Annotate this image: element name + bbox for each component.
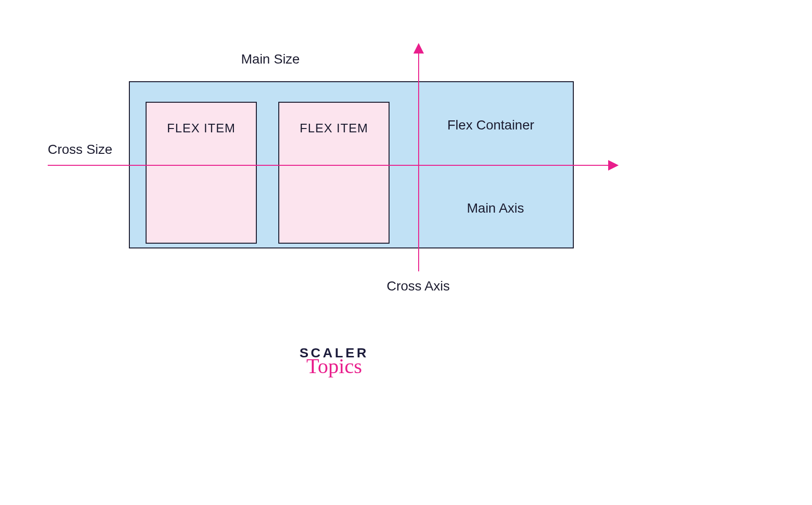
main-axis-arrow <box>48 165 610 166</box>
flex-item-1: FLEX ITEM <box>146 102 257 244</box>
cross-axis-arrow <box>418 52 419 271</box>
label-main-size: Main Size <box>241 52 300 67</box>
logo-line2: Topics <box>296 356 372 377</box>
flexbox-diagram: Main Size Cross Size FLEX ITEM FLEX ITEM… <box>0 0 812 505</box>
label-flex-container: Flex Container <box>447 118 534 133</box>
flex-item-2: FLEX ITEM <box>278 102 390 244</box>
label-cross-axis: Cross Axis <box>387 279 450 294</box>
label-cross-size: Cross Size <box>48 142 112 157</box>
scaler-topics-logo: SCALER Topics <box>296 345 372 377</box>
label-main-axis: Main Axis <box>467 201 524 216</box>
